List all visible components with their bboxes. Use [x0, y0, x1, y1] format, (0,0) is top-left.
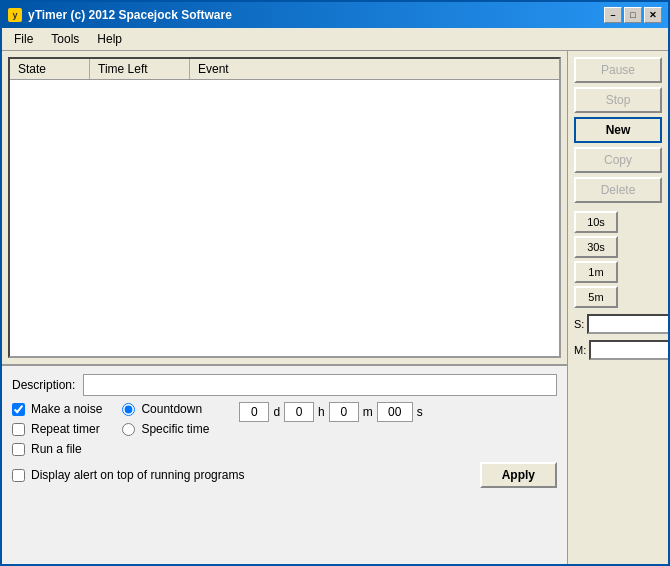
1m-button[interactable]: 1m	[574, 261, 618, 283]
window-title: yTimer (c) 2012 Spacejock Software	[28, 8, 232, 22]
delete-button[interactable]: Delete	[574, 177, 662, 203]
run-file-checkbox[interactable]	[12, 443, 25, 456]
pause-button[interactable]: Pause	[574, 57, 662, 83]
countdown-label: Countdown	[141, 402, 202, 416]
30s-button[interactable]: 30s	[574, 236, 618, 258]
hours-input[interactable]	[284, 402, 314, 422]
menu-tools[interactable]: Tools	[43, 30, 87, 48]
display-alert-row: Display alert on top of running programs	[12, 468, 244, 482]
quick-buttons-group: 10s 30s 1m 5m	[574, 211, 662, 308]
seconds-field-row: S:	[574, 314, 662, 334]
hours-label: h	[318, 405, 325, 419]
description-label: Description:	[12, 378, 75, 392]
repeat-timer-row: Repeat timer	[12, 422, 102, 436]
display-alert-label: Display alert on top of running programs	[31, 468, 244, 482]
run-file-row: Run a file	[12, 442, 102, 456]
specific-time-row: Specific time	[122, 422, 209, 436]
seconds-input[interactable]	[377, 402, 413, 422]
timer-table: State Time Left Event	[8, 57, 561, 358]
countdown-row: Countdown	[122, 402, 209, 416]
copy-button[interactable]: Copy	[574, 147, 662, 173]
5m-button[interactable]: 5m	[574, 286, 618, 308]
apply-button[interactable]: Apply	[480, 462, 557, 488]
make-noise-row: Make a noise	[12, 402, 102, 416]
specific-time-label: Specific time	[141, 422, 209, 436]
new-button[interactable]: New	[574, 117, 662, 143]
time-inputs-row: d h m s	[239, 402, 422, 422]
checkboxes-col: Make a noise Repeat timer Run a file	[12, 402, 102, 456]
display-alert-checkbox[interactable]	[12, 469, 25, 482]
maximize-button[interactable]: □	[624, 7, 642, 23]
s-field-input[interactable]	[587, 314, 668, 334]
specific-time-radio[interactable]	[122, 423, 135, 436]
col-time-left: Time Left	[90, 59, 190, 79]
right-panel: Pause Stop New Copy Delete 10s 30s 1m 5m…	[568, 51, 668, 564]
stop-button[interactable]: Stop	[574, 87, 662, 113]
app-icon: y	[8, 8, 22, 22]
seconds-label: s	[417, 405, 423, 419]
days-input[interactable]	[239, 402, 269, 422]
minutes-input[interactable]	[329, 402, 359, 422]
col-event: Event	[190, 59, 559, 79]
options-row: Make a noise Repeat timer Run a file	[12, 402, 557, 456]
countdown-radio[interactable]	[122, 403, 135, 416]
bottom-panel: Description: Make a noise Repeat timer	[2, 364, 567, 564]
menu-bar: File Tools Help	[2, 28, 668, 51]
radio-time-col: Countdown Specific time	[122, 402, 209, 436]
minutes-field-row: M:	[574, 340, 662, 360]
menu-help[interactable]: Help	[89, 30, 130, 48]
col-state: State	[10, 59, 90, 79]
title-bar: y yTimer (c) 2012 Spacejock Software – □…	[2, 2, 668, 28]
table-header: State Time Left Event	[10, 59, 559, 80]
10s-button[interactable]: 10s	[574, 211, 618, 233]
s-field-label: S:	[574, 318, 584, 330]
m-field-input[interactable]	[589, 340, 668, 360]
minutes-label: m	[363, 405, 373, 419]
m-field-label: M:	[574, 344, 586, 356]
days-label: d	[273, 405, 280, 419]
bottom-actions-row: Display alert on top of running programs…	[12, 462, 557, 488]
run-file-label: Run a file	[31, 442, 82, 456]
make-noise-label: Make a noise	[31, 402, 102, 416]
description-input[interactable]	[83, 374, 557, 396]
minimize-button[interactable]: –	[604, 7, 622, 23]
description-row: Description:	[12, 374, 557, 396]
repeat-timer-label: Repeat timer	[31, 422, 100, 436]
close-button[interactable]: ✕	[644, 7, 662, 23]
repeat-timer-checkbox[interactable]	[12, 423, 25, 436]
make-noise-checkbox[interactable]	[12, 403, 25, 416]
menu-file[interactable]: File	[6, 30, 41, 48]
